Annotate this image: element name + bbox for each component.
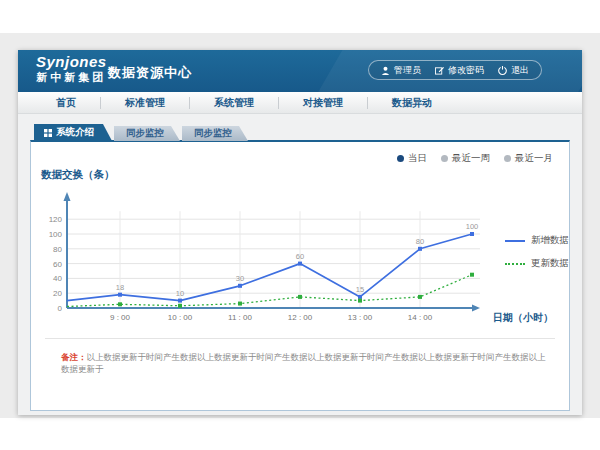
svg-text:80: 80	[53, 245, 62, 254]
main-nav: 首页 标准管理 系统管理 对接管理 数据异动	[18, 92, 582, 114]
radio-icon	[441, 155, 448, 162]
brand-logo-cn: 新中新集团	[36, 71, 107, 83]
svg-text:120: 120	[49, 215, 63, 224]
legend-line-solid	[505, 240, 525, 242]
legend-new-data: 新增数据	[505, 234, 569, 247]
tab-system-intro[interactable]: 系统介绍	[34, 124, 112, 141]
filter-label: 最近一周	[452, 152, 490, 165]
tab-sync-monitor-2[interactable]: 同步监控	[182, 126, 248, 141]
logout-button[interactable]: 退出	[498, 64, 529, 77]
nav-item-system-mgmt[interactable]: 系统管理	[190, 97, 279, 109]
nav-item-data-change[interactable]: 数据异动	[368, 97, 456, 109]
user-icon	[381, 66, 390, 75]
app-window: Synjones 新中新集团 数据资源中心 管理员 修改密码 退出	[18, 50, 582, 415]
radio-icon	[504, 155, 511, 162]
svg-text:15: 15	[356, 285, 364, 294]
brand-logo-text: Synjones	[36, 54, 107, 71]
svg-text:13 : 00: 13 : 00	[348, 313, 373, 322]
filter-last-week[interactable]: 最近一周	[441, 152, 490, 165]
content-area: 系统介绍 同步监控 同步监控 当日 最近一周	[18, 114, 582, 415]
svg-text:30: 30	[236, 274, 244, 283]
user-button[interactable]: 管理员	[381, 64, 421, 77]
legend-label: 更新数据	[531, 257, 569, 270]
app-header: Synjones 新中新集团 数据资源中心 管理员 修改密码 退出	[18, 50, 582, 92]
filter-today[interactable]: 当日	[397, 152, 427, 165]
grid-icon	[44, 129, 52, 137]
svg-text:10: 10	[176, 289, 184, 298]
svg-text:100: 100	[466, 222, 479, 231]
svg-text:14 : 00: 14 : 00	[408, 313, 433, 322]
footnote: 备注：以上数据更新于时间产生数据以上数据更新于时间产生数据以上数据更新于时间产生…	[61, 352, 553, 376]
chart-panel: 当日 最近一周 最近一月 数据交换（条） 0204060801001209 : …	[30, 140, 570, 411]
svg-text:100: 100	[49, 230, 63, 239]
svg-text:11 : 00: 11 : 00	[228, 313, 252, 322]
edit-icon	[435, 66, 444, 75]
footnote-prefix: 备注：	[61, 352, 87, 362]
footnote-text: 以上数据更新于时间产生数据以上数据更新于时间产生数据以上数据更新于时间产生数据以…	[61, 352, 546, 374]
tab-label: 同步监控	[194, 127, 232, 140]
logout-label: 退出	[511, 64, 529, 77]
power-icon	[498, 66, 507, 75]
tab-sync-monitor-1[interactable]: 同步监控	[114, 126, 180, 141]
svg-text:40: 40	[53, 274, 62, 283]
svg-text:60: 60	[296, 252, 304, 261]
chart-legend: 新增数据 更新数据	[505, 234, 569, 270]
nav-item-standard-mgmt[interactable]: 标准管理	[101, 97, 190, 109]
change-password-label: 修改密码	[448, 64, 484, 77]
nav-item-interface-mgmt[interactable]: 对接管理	[279, 97, 368, 109]
brand-logo: Synjones 新中新集团	[36, 54, 107, 83]
svg-text:60: 60	[53, 260, 62, 269]
svg-text:0: 0	[58, 304, 63, 313]
y-axis-title: 数据交换（条）	[41, 168, 115, 182]
line-chart: 0204060801001209 : 0010 : 0011 : 0012 : …	[35, 186, 575, 326]
change-password-button[interactable]: 修改密码	[435, 64, 484, 77]
tab-label: 系统介绍	[56, 126, 94, 139]
nav-item-home[interactable]: 首页	[32, 97, 101, 109]
time-range-filters: 当日 最近一周 最近一月	[397, 152, 553, 165]
tab-bar: 系统介绍 同步监控 同步监控	[34, 124, 250, 141]
page-title: 数据资源中心	[108, 64, 192, 82]
user-menu: 管理员 修改密码 退出	[368, 60, 542, 80]
svg-text:20: 20	[53, 289, 62, 298]
svg-text:80: 80	[416, 237, 424, 246]
legend-label: 新增数据	[531, 234, 569, 247]
svg-text:9 : 00: 9 : 00	[110, 313, 131, 322]
svg-text:18: 18	[116, 283, 124, 292]
filter-label: 最近一月	[515, 152, 553, 165]
legend-update-data: 更新数据	[505, 257, 569, 270]
filter-label: 当日	[408, 152, 427, 165]
svg-text:12 : 00: 12 : 00	[288, 313, 313, 322]
user-label: 管理员	[394, 64, 421, 77]
tab-label: 同步监控	[126, 127, 164, 140]
filter-last-month[interactable]: 最近一月	[504, 152, 553, 165]
svg-text:日期（小时）: 日期（小时）	[493, 312, 553, 323]
svg-text:10 : 00: 10 : 00	[168, 313, 193, 322]
panel-divider	[45, 338, 555, 339]
radio-icon	[397, 155, 404, 162]
legend-line-dotted	[505, 263, 525, 265]
